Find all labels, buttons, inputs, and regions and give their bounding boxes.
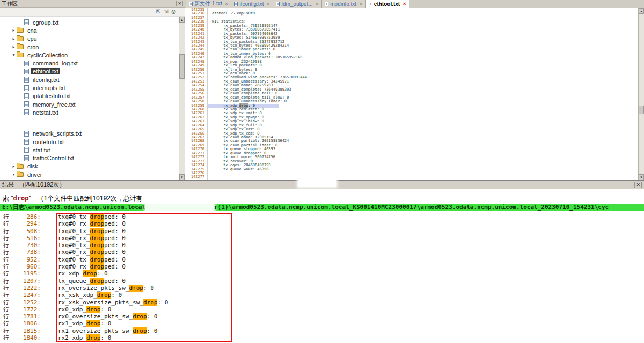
- line-number: 142277: [185, 175, 208, 179]
- tree-toggle-icon[interactable]: ▸: [11, 28, 17, 33]
- result-row-line-1806[interactable]: 行1806:rx1_xdp_drop: 0: [0, 320, 644, 327]
- tree-item-cyclicCollection[interactable]: ▾cyclicCollection: [0, 51, 185, 59]
- result-row-line-286[interactable]: 行286:txq#0_tx_dropped: 0: [0, 213, 644, 220]
- scrollbar-thumb[interactable]: [639, 106, 644, 114]
- result-row-line-960[interactable]: 行960:rxq#0_rx_dropped: 0: [0, 263, 644, 270]
- result-line-number: 1252:: [13, 299, 41, 306]
- workspace-title: 工作区: [2, 0, 18, 8]
- result-row-line-516[interactable]: 行516:rxq#0_rx_dropped: 0: [0, 235, 644, 242]
- result-line-number: 730:: [13, 242, 41, 249]
- tree-item-network_scripts.txt[interactable]: network_scripts.txt: [0, 130, 185, 138]
- tree-item-routeInfo.txt[interactable]: routeInfo.txt: [0, 138, 185, 146]
- tree-item-ifconfig.txt[interactable]: ifconfig.txt: [0, 76, 185, 84]
- collapse-all-icon[interactable]: ⇲: [164, 9, 168, 15]
- tree-item-label: ethtool.txt: [31, 68, 60, 74]
- result-line-number: 1247:: [13, 292, 41, 299]
- result-row-line-1207[interactable]: 行1207:tx_queue_dropped: 0: [0, 278, 644, 285]
- expand-all-icon[interactable]: ⇱: [156, 9, 160, 15]
- results-close-icon[interactable]: ✕: [634, 182, 642, 188]
- tab-close-icon[interactable]: ✕: [316, 2, 319, 6]
- result-row-line-508[interactable]: 行508:txq#0_tx_dropped: 0: [0, 228, 644, 235]
- tree-item-lsmod.txt[interactable]: lsmod.txt: [0, 178, 185, 180]
- file-icon: [24, 139, 29, 145]
- tab-modinfo.txt[interactable]: modinfo.txt✕: [322, 0, 366, 8]
- result-line-label: 行: [3, 228, 13, 235]
- tab-close-icon[interactable]: ✕: [266, 2, 270, 6]
- result-row-line-738[interactable]: 行738:rxq#0_rx_dropped: 0: [0, 249, 644, 256]
- workspace-scrollbar[interactable]: ▲ ▼: [179, 17, 185, 180]
- scroll-down-icon[interactable]: ▼: [639, 174, 644, 180]
- result-row-line-1247[interactable]: 行1247:rx_xsk_xdp_drop: 0: [0, 292, 644, 299]
- tab-close-icon[interactable]: ✕: [225, 2, 229, 6]
- tree-item-memory_free.txt[interactable]: memory_free.txt: [0, 100, 185, 108]
- tree-item-netstat.txt[interactable]: netstat.txt: [0, 108, 185, 116]
- tab-close-icon[interactable]: ✕: [402, 2, 406, 6]
- tab-label: ifconfig.txt: [239, 1, 264, 7]
- scroll-up-icon[interactable]: ▲: [179, 17, 185, 23]
- tree-item-interrupts.txt[interactable]: interrupts.txt: [0, 84, 185, 92]
- workspace-close-icon[interactable]: ✕: [176, 1, 183, 6]
- tree-item-cron[interactable]: ▸cron: [0, 43, 185, 51]
- search-term: drop: [13, 195, 29, 202]
- result-line-label: 行: [3, 249, 13, 256]
- result-match-text: rx_xdp_drop: 0: [58, 270, 108, 277]
- tree-item-label: cyclicCollection: [26, 52, 69, 58]
- sync-with-document-icon[interactable]: ◎: [171, 9, 176, 15]
- tab-ifconfig.txt[interactable]: ifconfig.txt✕: [231, 0, 273, 8]
- tree-item-label: iptablesInfo.txt: [31, 93, 72, 99]
- tab-fdm_output...[interactable]: fdm_output...✕: [273, 0, 322, 8]
- search-summary: 索 "drop" （1个文件中匹配到10192次，总计有: [0, 194, 644, 203]
- workspace-panel: 工作区 ✕ ⇱ ⇲ ◎ cgroup.txt▸cna▸cpu▸cron▾cycl…: [0, 0, 185, 180]
- result-row-line-1252[interactable]: 行1252:rx_xsk_oversize_pkts_sw_drop: 0: [0, 299, 644, 306]
- tree-toggle-icon[interactable]: ▾: [11, 53, 17, 57]
- search-results-panel: 结果 - （匹配10192次） ✕ 索 "drop" （1个文件中匹配到1019…: [0, 180, 644, 343]
- tree-item-disk[interactable]: ▸disk: [0, 162, 185, 170]
- result-line-number: 508:: [13, 228, 41, 235]
- tab-ethtool.txt[interactable]: ethtool.txt✕: [366, 0, 409, 8]
- summary-suffix: " （1个文件中匹配到10192次，总计有: [29, 195, 143, 202]
- tree-toggle-icon[interactable]: ▸: [11, 44, 17, 49]
- scroll-up-icon[interactable]: ▲: [639, 8, 644, 14]
- editor-line: 142276: [185, 172, 638, 175]
- tree-item-label: cna: [26, 27, 39, 34]
- result-row-line-294[interactable]: 行294:rxq#0_rx_dropped: 0: [0, 220, 644, 227]
- result-row-line-730[interactable]: 行730:txq#0_tx_dropped: 0: [0, 242, 644, 249]
- result-row-line-952[interactable]: 行952:txq#0_tx_dropped: 0: [0, 256, 644, 263]
- result-line-label: 行: [3, 285, 13, 292]
- result-row-line-1222[interactable]: 行1222:rx_oversize_pkts_sw_drop: 0: [0, 285, 644, 292]
- result-row-line-1781[interactable]: 行1781:rx0_oversize_pkts_sw_drop: 0: [0, 313, 644, 320]
- folder-icon: [17, 28, 24, 33]
- tree-item-ethtool.txt[interactable]: ethtool.txt: [0, 68, 185, 76]
- result-row-line-1772[interactable]: 行1772:rx0_xdp_drop: 0: [0, 306, 644, 313]
- tree-toggle-icon[interactable]: ▸: [11, 36, 17, 41]
- result-file-path[interactable]: E:\日志\armod0523.odata.ncmp.unicom.localr…: [0, 204, 644, 211]
- editor[interactable]: 142235142236ethtool -S enp1s0f0142237142…: [185, 8, 638, 180]
- tab-close-icon[interactable]: ✕: [359, 2, 363, 6]
- tree-item-driver[interactable]: ▾driver: [0, 170, 185, 178]
- file-icon: [24, 61, 29, 66]
- tree-item-cgroup.txt[interactable]: cgroup.txt: [0, 18, 185, 26]
- scroll-down-icon[interactable]: ▼: [179, 174, 185, 180]
- top-region: 工作区 ✕ ⇱ ⇲ ◎ cgroup.txt▸cna▸cpu▸cron▾cycl…: [0, 0, 644, 180]
- tree-censored-gap: [0, 117, 185, 130]
- tree-item-cna[interactable]: ▸cna: [0, 26, 185, 34]
- document-icon: [369, 2, 372, 6]
- tree-item-label: routeInfo.txt: [31, 139, 65, 145]
- editor-scrollbar[interactable]: ▲ ▼: [638, 8, 644, 180]
- document-icon: [189, 2, 193, 6]
- tree-toggle-icon[interactable]: ▾: [11, 172, 17, 177]
- result-row-line-1840[interactable]: 行1840:rx2_xdp_drop: 0: [0, 334, 644, 341]
- result-line-number: 1840:: [13, 334, 41, 341]
- tree-item-iptablesInfo.txt[interactable]: iptablesInfo.txt: [0, 92, 185, 100]
- result-match-text: rx_oversize_pkts_sw_drop: 0: [58, 285, 154, 292]
- result-row-line-1815[interactable]: 行1815:rx1_oversize_pkts_sw_drop: 0: [0, 327, 644, 334]
- tree-toggle-icon[interactable]: ▸: [11, 164, 17, 169]
- tab-bar: 新文件 1.txt✕ifconfig.txt✕fdm_output...✕mod…: [185, 0, 644, 8]
- tree-item-cpu[interactable]: ▸cpu: [0, 35, 185, 43]
- tab-新文件 1.txt[interactable]: 新文件 1.txt✕: [186, 0, 231, 8]
- result-row-line-1195[interactable]: 行1195:rx_xdp_drop: 0: [0, 270, 644, 277]
- tree-item-trafficControl.txt[interactable]: trafficControl.txt: [0, 154, 185, 162]
- tree-item-command_log.txt[interactable]: command_log.txt: [0, 59, 185, 67]
- tree-item-stat.txt[interactable]: stat.txt: [0, 146, 185, 154]
- scrollbar-thumb[interactable]: [179, 54, 185, 79]
